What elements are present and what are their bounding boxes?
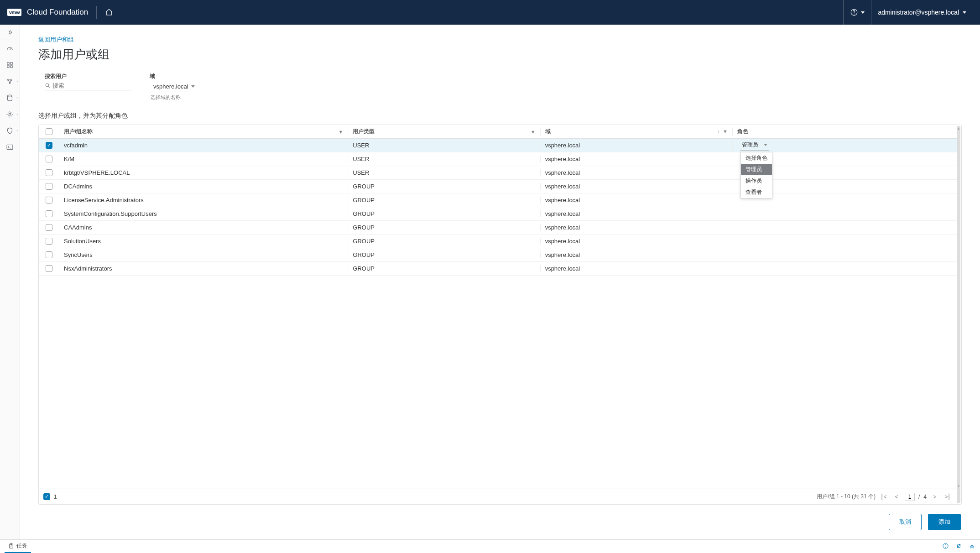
col-role-header[interactable]: 角色: [737, 128, 748, 136]
role-option[interactable]: 查看者: [741, 187, 772, 198]
pager-next-button[interactable]: >: [930, 492, 939, 501]
search-icon: [45, 83, 51, 89]
row-type: USER: [348, 156, 540, 162]
col-domain-header[interactable]: 域: [545, 128, 551, 136]
row-checkbox[interactable]: [46, 197, 52, 203]
row-domain: vsphere.local: [540, 251, 732, 258]
help-menu[interactable]: [843, 0, 871, 25]
row-checkbox[interactable]: [46, 142, 52, 149]
tasks-tab[interactable]: 任务: [5, 540, 31, 553]
domain-label: 域: [150, 73, 194, 80]
col-type-header[interactable]: 用户类型: [353, 128, 375, 136]
sidebar: › › › ›: [0, 25, 20, 539]
scrollbar[interactable]: [957, 126, 960, 503]
sidebar-item-storage[interactable]: ›: [0, 89, 20, 106]
table-description: 选择用户或组，并为其分配角色: [38, 112, 962, 120]
cancel-button[interactable]: 取消: [889, 514, 922, 530]
role-option[interactable]: 选择角色: [741, 152, 772, 164]
sidebar-item-dashboard[interactable]: [0, 40, 20, 57]
search-input[interactable]: [52, 82, 131, 89]
pager-first-button[interactable]: ⎮<: [879, 492, 888, 501]
page-title: 添加用户或组: [38, 47, 962, 63]
row-checkbox[interactable]: [46, 210, 52, 217]
table-row[interactable]: CAAdmins GROUP vsphere.local: [39, 221, 957, 235]
sort-icon[interactable]: ↑: [717, 129, 720, 135]
brand-name: Cloud Foundation: [27, 8, 88, 17]
row-checkbox[interactable]: [46, 183, 52, 190]
filter-icon[interactable]: ▼: [338, 129, 343, 135]
table-row[interactable]: SystemConfiguration.SupportUsers GROUP v…: [39, 207, 957, 221]
chevron-right-icon: ›: [16, 112, 18, 116]
back-link[interactable]: 返回用户和组: [38, 36, 962, 44]
scroll-up-icon[interactable]: ▲: [956, 125, 961, 131]
storage-icon: [6, 94, 14, 102]
svg-point-7: [11, 79, 12, 80]
search-label: 搜索用户: [45, 73, 131, 80]
svg-rect-5: [10, 65, 12, 67]
table-row[interactable]: vcfadmin USER vsphere.local 管理员: [39, 139, 957, 152]
table-row[interactable]: SolutionUsers GROUP vsphere.local: [39, 235, 957, 248]
row-domain: vsphere.local: [540, 224, 732, 231]
pager-total: 4: [923, 494, 927, 500]
sidebar-item-inventory[interactable]: [0, 57, 20, 73]
add-button[interactable]: 添加: [928, 514, 961, 530]
svg-rect-11: [7, 145, 13, 149]
role-dropdown-button[interactable]: 管理员: [740, 141, 769, 151]
table-row[interactable]: K/M USER vsphere.local: [39, 152, 957, 166]
svg-rect-3: [10, 62, 12, 64]
row-checkbox[interactable]: [46, 238, 52, 245]
sidebar-item-hosts[interactable]: ›: [0, 73, 20, 89]
sidebar-item-security[interactable]: ›: [0, 122, 20, 139]
col-name-header[interactable]: 用户/组名称: [64, 128, 93, 136]
sidebar-item-settings[interactable]: ›: [0, 106, 20, 122]
user-table: ▲ 用户/组名称▼ 用户类型▼ 域↑▼ 角色 vcfadmin USER vsp…: [38, 125, 962, 505]
sidebar-expand-button[interactable]: [0, 25, 20, 40]
row-type: GROUP: [348, 224, 540, 231]
row-checkbox[interactable]: [46, 224, 52, 231]
role-option[interactable]: 管理员: [741, 164, 772, 175]
row-checkbox[interactable]: [46, 251, 52, 258]
table-row[interactable]: NsxAdministrators GROUP vsphere.local: [39, 262, 957, 276]
row-type: GROUP: [348, 251, 540, 258]
filter-icon[interactable]: ▼: [723, 129, 728, 135]
row-domain: vsphere.local: [540, 169, 732, 176]
svg-point-12: [46, 83, 49, 87]
row-domain: vsphere.local: [540, 183, 732, 190]
row-checkbox[interactable]: [46, 156, 52, 162]
gauge-icon: [6, 45, 14, 52]
svg-point-6: [8, 79, 9, 80]
pager-last-button[interactable]: >⎮: [943, 492, 952, 501]
bottom-help-icon[interactable]: [942, 543, 949, 551]
footer-select-indicator[interactable]: [43, 493, 50, 500]
pager-sep: /: [918, 494, 920, 500]
table-row[interactable]: LicenseService.Administrators GROUP vsph…: [39, 193, 957, 207]
table-row[interactable]: DCAdmins GROUP vsphere.local: [39, 180, 957, 193]
app-header: vmw Cloud Foundation administrator@vsphe…: [0, 0, 980, 25]
popout-icon[interactable]: [955, 543, 962, 551]
hosts-icon: [6, 78, 14, 85]
role-option[interactable]: 操作员: [741, 175, 772, 187]
sidebar-item-developer[interactable]: [0, 139, 20, 155]
domain-helper: 选择域的名称: [151, 94, 194, 101]
shield-icon: [6, 127, 14, 135]
role-dropdown-menu[interactable]: 选择角色管理员操作员查看者: [740, 152, 772, 198]
collapse-icon[interactable]: [969, 543, 975, 551]
home-icon[interactable]: [105, 8, 113, 16]
row-role-cell: 管理员: [732, 141, 957, 151]
row-checkbox[interactable]: [46, 265, 52, 272]
row-checkbox[interactable]: [46, 169, 52, 176]
filter-icon[interactable]: ▼: [531, 129, 536, 135]
table-row[interactable]: SyncUsers GROUP vsphere.local: [39, 248, 957, 262]
pager-prev-button[interactable]: <: [892, 492, 901, 501]
row-type: GROUP: [348, 183, 540, 190]
user-menu[interactable]: administrator@vsphere.local: [871, 0, 973, 25]
select-all-checkbox[interactable]: [46, 128, 52, 135]
domain-select[interactable]: vsphere.local: [150, 82, 194, 92]
search-input-wrap[interactable]: [45, 82, 131, 90]
pager-page-input[interactable]: [905, 493, 915, 501]
row-domain: vsphere.local: [540, 265, 732, 272]
svg-point-8: [9, 82, 10, 83]
scroll-down-icon[interactable]: ▼: [956, 483, 961, 489]
grid-icon: [6, 61, 14, 69]
table-row[interactable]: krbtgt/VSPHERE.LOCAL USER vsphere.local: [39, 166, 957, 180]
